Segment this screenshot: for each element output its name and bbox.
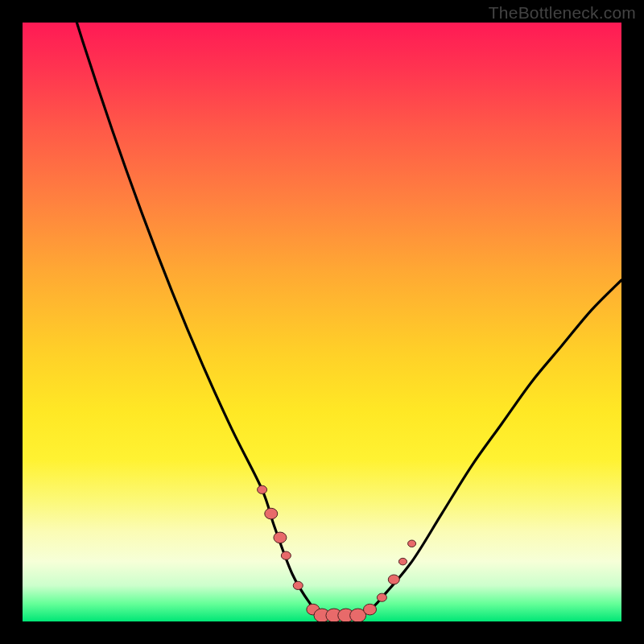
data-marker	[398, 558, 407, 565]
data-marker	[281, 551, 291, 559]
data-marker	[377, 593, 386, 601]
data-marker	[274, 532, 287, 543]
watermark-label: TheBottleneck.com	[489, 3, 636, 23]
chart-frame: TheBottleneck.com	[0, 0, 644, 644]
data-marker	[293, 581, 303, 589]
data-marker	[265, 508, 278, 519]
data-marker	[408, 540, 416, 547]
bottleneck-chart	[23, 23, 621, 621]
plot-area	[23, 23, 621, 621]
data-marker	[388, 575, 399, 584]
bottleneck-curve	[23, 23, 621, 617]
data-marker	[364, 604, 377, 615]
data-marker	[258, 485, 267, 493]
